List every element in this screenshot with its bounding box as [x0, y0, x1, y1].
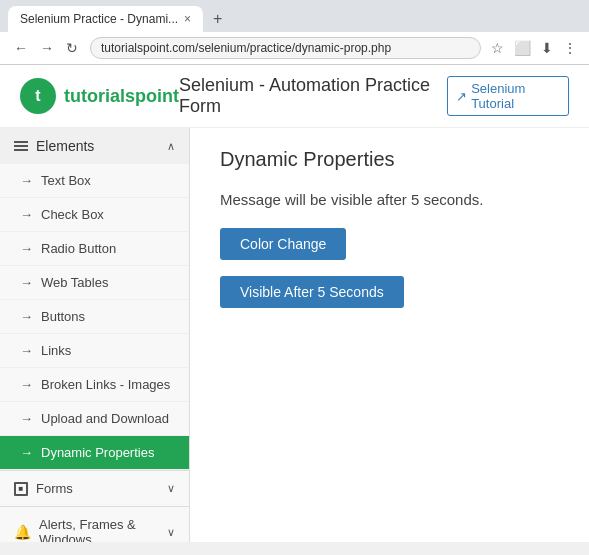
forms-section-header[interactable]: ■ Forms ∨ — [0, 471, 189, 506]
sidebar-item-label: Links — [41, 343, 71, 358]
site-header: t tutorialspoint Selenium - Automation P… — [0, 65, 589, 128]
forward-button[interactable]: → — [36, 38, 58, 58]
address-bar-icons: ☆ ⬜ ⬇ ⋮ — [489, 38, 579, 58]
alerts-header-left: 🔔 Alerts, Frames & Windows — [14, 517, 167, 542]
tab-bar: Selenium Practice - Dynami... × + — [0, 0, 589, 32]
sidebar-item-upload[interactable]: → Upload and Download — [0, 402, 189, 436]
arrow-icon: → — [20, 173, 33, 188]
hamburger-icon — [14, 141, 28, 151]
sidebar-item-label: Dynamic Properties — [41, 445, 154, 460]
back-button[interactable]: ← — [10, 38, 32, 58]
alerts-section-header[interactable]: 🔔 Alerts, Frames & Windows ∨ — [0, 507, 189, 542]
forms-icon: ■ — [14, 482, 28, 496]
browser-tab[interactable]: Selenium Practice - Dynami... × — [8, 6, 203, 32]
sidebar-item-buttons[interactable]: → Buttons — [0, 300, 189, 334]
sidebar-item-dynamicproperties[interactable]: → Dynamic Properties — [0, 436, 189, 470]
logo-text-bold: point — [135, 86, 179, 106]
arrow-icon: → — [20, 241, 33, 256]
sidebar-item-checkbox[interactable]: → Check Box — [0, 198, 189, 232]
tutorial-link-label: Selenium Tutorial — [471, 81, 560, 111]
url-input[interactable] — [90, 37, 481, 59]
download-icon[interactable]: ⬇ — [539, 38, 555, 58]
logo-text: tutorialspoint — [64, 86, 179, 107]
arrow-icon: → — [20, 445, 33, 460]
tutorial-link-icon: ↗ — [456, 89, 467, 104]
alerts-section: 🔔 Alerts, Frames & Windows ∨ — [0, 507, 189, 542]
main-layout: Elements ∧ → Text Box → Check Box → Radi… — [0, 128, 589, 542]
forms-header-left: ■ Forms — [14, 481, 73, 496]
sidebar-item-label: Web Tables — [41, 275, 108, 290]
content-area: Dynamic Properties Message will be visib… — [190, 128, 589, 542]
arrow-icon: → — [20, 275, 33, 290]
logo-icon: t — [20, 78, 56, 114]
new-tab-button[interactable]: + — [207, 6, 228, 32]
nav-buttons: ← → ↻ — [10, 38, 82, 58]
elements-chevron-icon: ∧ — [167, 140, 175, 153]
sidebar-item-label: Radio Button — [41, 241, 116, 256]
elements-header-left: Elements — [14, 138, 94, 154]
arrow-icon: → — [20, 411, 33, 426]
page-title: Selenium - Automation Practice Form — [179, 75, 447, 117]
browser-chrome: Selenium Practice - Dynami... × + ← → ↻ … — [0, 0, 589, 65]
address-bar: ← → ↻ ☆ ⬜ ⬇ ⋮ — [0, 32, 589, 65]
bell-icon: 🔔 — [14, 524, 31, 540]
content-title: Dynamic Properties — [220, 148, 559, 171]
alerts-label: Alerts, Frames & Windows — [39, 517, 167, 542]
sidebar-item-textbox[interactable]: → Text Box — [0, 164, 189, 198]
sidebar-item-label: Check Box — [41, 207, 104, 222]
arrow-icon: → — [20, 377, 33, 392]
sidebar-item-links[interactable]: → Links — [0, 334, 189, 368]
color-change-button[interactable]: Color Change — [220, 228, 346, 260]
tutorial-link[interactable]: ↗ Selenium Tutorial — [447, 76, 569, 116]
sidebar-item-label: Buttons — [41, 309, 85, 324]
forms-section: ■ Forms ∨ — [0, 471, 189, 507]
arrow-icon: → — [20, 207, 33, 222]
sidebar-item-brokenlinks[interactable]: → Broken Links - Images — [0, 368, 189, 402]
sidebar-item-label: Text Box — [41, 173, 91, 188]
sidebar-item-label: Upload and Download — [41, 411, 169, 426]
message-text: Message will be visible after 5 seconds. — [220, 191, 559, 208]
logo-letter: t — [35, 87, 40, 105]
elements-section: Elements ∧ → Text Box → Check Box → Radi… — [0, 128, 189, 471]
menu-icon[interactable]: ⋮ — [561, 38, 579, 58]
sidebar-item-webtables[interactable]: → Web Tables — [0, 266, 189, 300]
bookmark-icon[interactable]: ☆ — [489, 38, 506, 58]
tab-title: Selenium Practice - Dynami... — [20, 12, 178, 26]
elements-section-header[interactable]: Elements ∧ — [0, 128, 189, 164]
page: t tutorialspoint Selenium - Automation P… — [0, 65, 589, 542]
sidebar-item-label: Broken Links - Images — [41, 377, 170, 392]
arrow-icon: → — [20, 343, 33, 358]
alerts-chevron-icon: ∨ — [167, 526, 175, 539]
reload-button[interactable]: ↻ — [62, 38, 82, 58]
elements-label: Elements — [36, 138, 94, 154]
tab-close-button[interactable]: × — [184, 12, 191, 26]
arrow-icon: → — [20, 309, 33, 324]
visible-after-5s-button[interactable]: Visible After 5 Seconds — [220, 276, 404, 308]
logo: t tutorialspoint — [20, 78, 179, 114]
extension-icon[interactable]: ⬜ — [512, 38, 533, 58]
forms-chevron-icon: ∨ — [167, 482, 175, 495]
sidebar-item-radiobutton[interactable]: → Radio Button — [0, 232, 189, 266]
logo-text-normal: tutorials — [64, 86, 135, 106]
sidebar: Elements ∧ → Text Box → Check Box → Radi… — [0, 128, 190, 542]
forms-label: Forms — [36, 481, 73, 496]
